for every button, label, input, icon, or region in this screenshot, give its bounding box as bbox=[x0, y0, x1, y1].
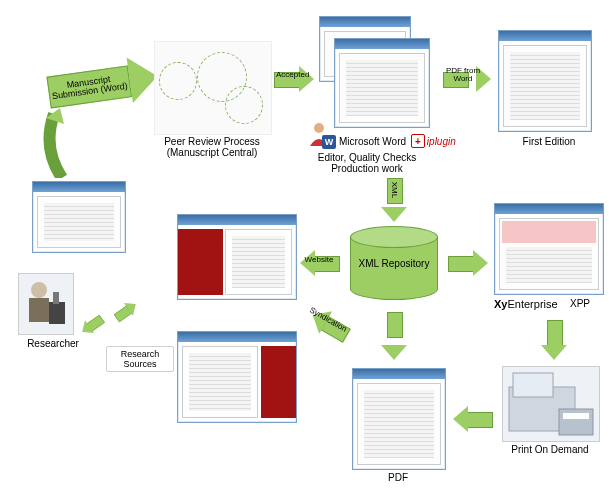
arrow-manuscript-submission-label: Manuscript Submission (Word) bbox=[50, 72, 128, 101]
researcher-photo bbox=[18, 273, 74, 335]
arrow-rs-in bbox=[78, 312, 107, 339]
word-icon: W bbox=[322, 135, 336, 149]
arrow-to-printer bbox=[541, 320, 567, 360]
plus-icon: + bbox=[411, 134, 425, 148]
xml-repository: XML Repository bbox=[350, 226, 438, 300]
svg-rect-2 bbox=[49, 302, 65, 324]
ms-word-label: Microsoft Word bbox=[339, 136, 406, 147]
peer-review-label: Peer Review Process (Manuscript Central) bbox=[148, 136, 276, 158]
xy-enterprise-brand: XyEnterprise bbox=[494, 298, 558, 310]
arrow-repo-to-pdf bbox=[381, 312, 407, 360]
arrow-accepted-label: Accepted bbox=[276, 71, 304, 79]
syndication-window bbox=[177, 331, 297, 423]
researcher-label: Researcher bbox=[18, 338, 88, 349]
svg-rect-1 bbox=[29, 298, 49, 322]
ms-word-line: WMicrosoft Word +iplugin bbox=[319, 134, 479, 149]
arrow-xml-label: XML bbox=[390, 173, 398, 207]
first-edition-window bbox=[498, 30, 592, 132]
svg-rect-6 bbox=[513, 373, 553, 397]
curve-researcher-to-submission bbox=[42, 108, 82, 178]
pdf-window bbox=[352, 368, 446, 470]
xy-enterprise-text: Enterprise bbox=[507, 298, 557, 310]
pod-label: Print On Demand bbox=[502, 444, 598, 455]
word-window-front bbox=[334, 38, 430, 128]
svg-point-0 bbox=[31, 282, 47, 298]
printer bbox=[502, 366, 600, 442]
arrow-to-pdf bbox=[453, 406, 493, 432]
peer-review-chart bbox=[154, 41, 272, 135]
svg-point-4 bbox=[314, 123, 324, 133]
pdf-label: PDF bbox=[378, 472, 418, 483]
arrow-rs-out bbox=[112, 298, 141, 325]
first-edition-label: First Edition bbox=[514, 136, 584, 147]
xpp-label: XPP bbox=[570, 298, 600, 309]
arrow-website-label: Website bbox=[302, 256, 336, 264]
arrow-pdf-from-word-label: PDF from Word bbox=[445, 67, 481, 83]
research-sources-box: Research Sources bbox=[106, 346, 174, 372]
researcher-word-window bbox=[32, 181, 126, 253]
iplugin-label: iplugin bbox=[427, 136, 456, 147]
xpp-window bbox=[494, 203, 604, 295]
website-window bbox=[177, 214, 297, 300]
arrow-to-xpp bbox=[448, 250, 488, 276]
svg-rect-7 bbox=[559, 409, 593, 435]
titlebar bbox=[33, 182, 125, 192]
editor-qc-label: Editor, Quality Checks Production work bbox=[296, 152, 438, 174]
xml-repository-label: XML Repository bbox=[359, 258, 430, 269]
svg-rect-3 bbox=[53, 292, 59, 304]
svg-rect-8 bbox=[563, 413, 589, 419]
arrow-manuscript-submission: Manuscript Submission (Word) bbox=[45, 54, 160, 115]
